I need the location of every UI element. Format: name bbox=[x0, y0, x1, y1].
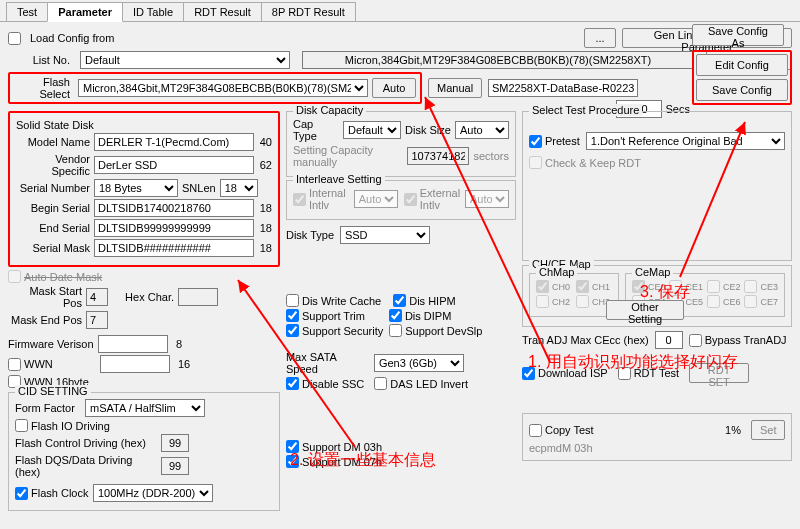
end-serial-len: 18 bbox=[254, 222, 272, 234]
disk-size-label: Disk Size bbox=[405, 124, 455, 136]
wwn-input[interactable] bbox=[100, 355, 170, 373]
dis-dipm-label: Dis DIPM bbox=[405, 310, 451, 322]
disk-size-select[interactable]: Auto bbox=[455, 121, 509, 139]
begin-serial-input[interactable] bbox=[94, 199, 254, 217]
auto-date-mask-label: Auto Date Mask bbox=[24, 271, 102, 283]
download-isp-label: Download ISP bbox=[538, 367, 608, 379]
load-config-checkbox[interactable] bbox=[8, 32, 21, 45]
support-dm07h-label: Support DM 07h bbox=[302, 456, 382, 468]
flash-clock-select[interactable]: 100MHz (DDR-200) bbox=[93, 484, 213, 502]
support-dm03h-label: Support DM 03h bbox=[302, 441, 382, 453]
external-intlv-label: External Intlv bbox=[420, 187, 461, 211]
dis-write-cache-label: Dis Write Cache bbox=[302, 295, 381, 307]
manual-button[interactable]: Manual bbox=[428, 78, 482, 98]
tab-8prdt[interactable]: 8P RDT Result bbox=[261, 2, 356, 21]
dis-hipm-label: Dis HIPM bbox=[409, 295, 455, 307]
pretest-select[interactable]: 1.Don't Reference Original Bad bbox=[586, 132, 785, 150]
max-sata-select[interactable]: Gen3 (6Gb) bbox=[374, 354, 464, 372]
copy-test-label: Copy Test bbox=[545, 424, 594, 436]
snlen-select[interactable]: 18 bbox=[220, 179, 258, 197]
list-no-select[interactable]: Default bbox=[80, 51, 290, 69]
external-intlv-checkbox bbox=[404, 193, 417, 206]
wwn-checkbox[interactable] bbox=[8, 358, 21, 371]
form-factor-select[interactable]: mSATA / HalfSlim bbox=[85, 399, 205, 417]
tab-idtable[interactable]: ID Table bbox=[122, 2, 184, 21]
serial-mask-input[interactable] bbox=[94, 239, 254, 257]
tab-parameter[interactable]: Parameter bbox=[47, 2, 123, 22]
dis-write-cache-checkbox[interactable] bbox=[286, 294, 299, 307]
model-name-label: Model Name bbox=[16, 136, 94, 148]
pretest-label: Pretest bbox=[545, 135, 580, 147]
other-setting-button[interactable]: Other Setting bbox=[606, 300, 684, 320]
firmware-len: 8 bbox=[176, 338, 182, 350]
auto-button[interactable]: Auto bbox=[372, 78, 416, 98]
ce6-checkbox bbox=[707, 295, 720, 308]
end-serial-input[interactable] bbox=[94, 219, 254, 237]
load-config-label: Load Config from bbox=[30, 32, 114, 44]
tab-rdtresult[interactable]: RDT Result bbox=[183, 2, 262, 21]
support-dm03h-checkbox[interactable] bbox=[286, 440, 299, 453]
support-trim-checkbox[interactable] bbox=[286, 309, 299, 322]
device-string-display bbox=[302, 51, 694, 69]
flash-select-label: Flash Select bbox=[14, 76, 74, 100]
one-percent-label: 1% bbox=[725, 424, 741, 436]
flash-dqs-label: Flash DQS/Data Driving (hex) bbox=[15, 454, 161, 478]
copy-test-checkbox[interactable] bbox=[529, 424, 542, 437]
ch0-checkbox bbox=[536, 280, 549, 293]
serial-mask-label: Serial Mask bbox=[16, 242, 94, 254]
dis-hipm-checkbox[interactable] bbox=[393, 294, 406, 307]
disk-capacity-legend: Disk Capacity bbox=[293, 104, 366, 116]
download-isp-checkbox[interactable] bbox=[522, 367, 535, 380]
max-sata-label: Max SATA Speed bbox=[286, 351, 374, 375]
ce1-label: CE1 bbox=[685, 282, 703, 292]
cap-type-label: Cap Type bbox=[293, 118, 343, 142]
disk-type-select[interactable]: SSD bbox=[340, 226, 430, 244]
firmware-input[interactable] bbox=[98, 335, 168, 353]
disk-type-label: Disk Type bbox=[286, 229, 340, 241]
tab-test[interactable]: Test bbox=[6, 2, 48, 21]
rdt-test-checkbox[interactable] bbox=[618, 367, 631, 380]
dots-button[interactable]: ... bbox=[584, 28, 616, 48]
vendor-len: 62 bbox=[254, 159, 272, 171]
bypass-tran-checkbox[interactable] bbox=[689, 334, 702, 347]
check-keep-rdt-checkbox bbox=[529, 156, 542, 169]
bypass-tran-label: Bypass TranADJ bbox=[705, 334, 787, 346]
flash-clock-checkbox[interactable] bbox=[15, 487, 28, 500]
begin-serial-len: 18 bbox=[254, 202, 272, 214]
cap-type-select[interactable]: Default bbox=[343, 121, 401, 139]
set-button: Set bbox=[751, 420, 785, 440]
database-input[interactable] bbox=[488, 79, 638, 97]
ce2-checkbox bbox=[707, 280, 720, 293]
serial-number-select[interactable]: 18 Bytes bbox=[94, 179, 178, 197]
ce6-label: CE6 bbox=[723, 297, 741, 307]
support-devslp-checkbox[interactable] bbox=[389, 324, 402, 337]
begin-serial-label: Begin Serial bbox=[16, 202, 94, 214]
edit-config-button[interactable]: Edit Config bbox=[696, 54, 788, 76]
model-name-input[interactable] bbox=[94, 133, 254, 151]
auto-date-mask-checkbox bbox=[8, 270, 21, 283]
check-keep-rdt-label: Check & Keep RDT bbox=[545, 157, 641, 169]
snlen-label: SNLen bbox=[182, 182, 216, 194]
flash-dqs-input bbox=[161, 457, 189, 475]
vendor-input[interactable] bbox=[94, 156, 254, 174]
disable-ssc-label: Disable SSC bbox=[302, 378, 364, 390]
pretest-checkbox[interactable] bbox=[529, 135, 542, 148]
save-config-button[interactable]: Save Config bbox=[696, 79, 788, 101]
hex-char-label: Hex Char. bbox=[118, 291, 178, 303]
support-dm07h-checkbox[interactable] bbox=[286, 455, 299, 468]
flash-io-driving-checkbox[interactable] bbox=[15, 419, 28, 432]
ce3-checkbox bbox=[744, 280, 757, 293]
cemap-legend: CeMap bbox=[632, 266, 673, 278]
ch1-label: CH1 bbox=[592, 282, 610, 292]
dis-dipm-checkbox[interactable] bbox=[389, 309, 402, 322]
tran-adj-input[interactable] bbox=[655, 331, 683, 349]
disable-ssc-checkbox[interactable] bbox=[286, 377, 299, 390]
sectors-label: sectors bbox=[473, 150, 508, 162]
save-config-as-button[interactable]: Save Config As bbox=[692, 24, 784, 46]
flash-select-dropdown[interactable]: Micron,384Gbit,MT29F384G08EBCBB(B0KB)(78… bbox=[78, 79, 368, 97]
ch3-checkbox bbox=[576, 295, 589, 308]
flash-io-driving-label: Flash IO Driving bbox=[31, 420, 110, 432]
ce2-label: CE2 bbox=[723, 282, 741, 292]
support-security-checkbox[interactable] bbox=[286, 324, 299, 337]
das-led-checkbox[interactable] bbox=[374, 377, 387, 390]
